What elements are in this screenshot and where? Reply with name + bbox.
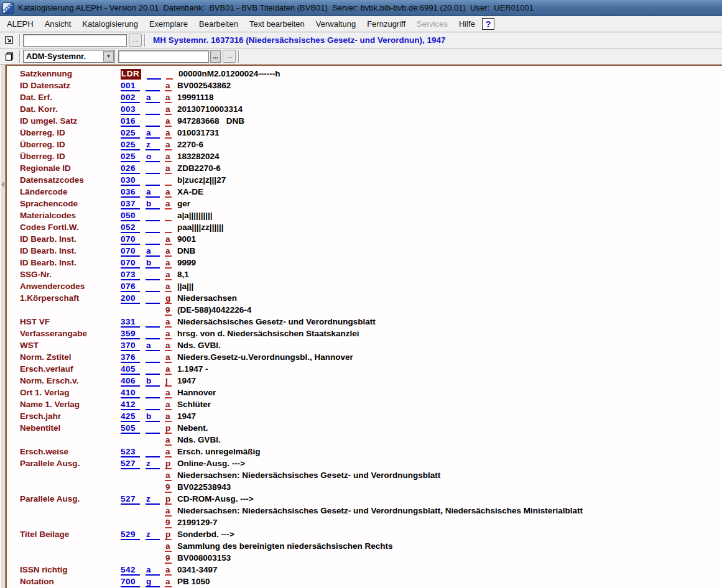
chevron-down-icon[interactable]: ▼ bbox=[103, 51, 114, 62]
field-value[interactable]: Nieders.Gesetz-u.Verordnungsbl., Hannove… bbox=[177, 352, 353, 363]
field-value[interactable]: Nebent. bbox=[177, 423, 208, 434]
subfield-code[interactable]: a bbox=[165, 246, 172, 257]
field-value[interactable]: Niedersächsisches Gesetz- und Verordnung… bbox=[177, 317, 376, 328]
field-tag[interactable]: 076 bbox=[121, 282, 140, 292]
field-tag[interactable]: LDR bbox=[121, 69, 141, 80]
field-indicator[interactable]: a bbox=[146, 565, 160, 576]
subfield-code[interactable]: a bbox=[165, 400, 172, 410]
field-tag[interactable]: 025 bbox=[121, 140, 140, 150]
subfield-code[interactable]: p bbox=[165, 423, 172, 434]
field-indicator[interactable] bbox=[146, 116, 160, 127]
subfield-code[interactable]: a bbox=[165, 352, 172, 363]
field-tag[interactable]: 331 bbox=[121, 317, 140, 328]
search-go-button[interactable]: → bbox=[129, 34, 142, 47]
field-indicator[interactable]: b bbox=[146, 411, 160, 422]
field-tag[interactable]: 405 bbox=[121, 364, 140, 375]
field-tag[interactable]: 070 bbox=[121, 246, 140, 257]
field-value[interactable]: Nds. GVBl. bbox=[177, 341, 221, 351]
field-indicator[interactable]: b bbox=[146, 376, 160, 387]
subfield-code[interactable]: a bbox=[165, 329, 172, 339]
field-tag[interactable]: 030 bbox=[121, 175, 140, 186]
field-indicator[interactable]: z bbox=[146, 140, 160, 150]
field-value[interactable]: 9999 bbox=[177, 258, 196, 269]
field-tag[interactable]: 026 bbox=[121, 163, 140, 174]
subfield-code[interactable]: 9 bbox=[165, 482, 172, 493]
subfield-code[interactable]: a bbox=[165, 388, 172, 398]
field-value[interactable]: a|a|||||||||| bbox=[177, 211, 213, 221]
field-indicator[interactable]: z bbox=[146, 459, 160, 469]
subfield-code[interactable]: a bbox=[165, 435, 172, 446]
field-tag[interactable]: 376 bbox=[121, 352, 140, 363]
field-tag[interactable]: 523 bbox=[121, 447, 140, 457]
field-indicator[interactable]: a bbox=[146, 187, 160, 198]
menu-item-bearbeiten[interactable]: Bearbeiten bbox=[193, 17, 244, 31]
field-value[interactable]: Niedersachsen: Niedersächsisches Gesetz-… bbox=[177, 506, 583, 517]
subfield-code[interactable]: g bbox=[165, 293, 172, 304]
field-value[interactable]: ||a||| bbox=[177, 282, 193, 292]
subfield-code[interactable]: a bbox=[165, 364, 172, 375]
field-indicator[interactable]: a bbox=[146, 93, 160, 103]
field-indicator[interactable] bbox=[146, 293, 160, 304]
field-value[interactable]: Online-Ausg. ---> bbox=[177, 459, 245, 469]
field-tag[interactable]: 527 bbox=[121, 459, 140, 469]
field-value[interactable]: 2199129-7 bbox=[177, 518, 218, 528]
field-value[interactable]: BV008003153 bbox=[177, 553, 231, 564]
field-tag[interactable]: 037 bbox=[121, 199, 140, 209]
field-tag[interactable]: 016 bbox=[121, 116, 140, 127]
field-value[interactable]: Sammlung des bereinigten niedersächsisch… bbox=[177, 541, 393, 552]
field-tag[interactable]: 700 bbox=[121, 577, 140, 587]
record-stack-button[interactable] bbox=[2, 50, 17, 63]
field-indicator[interactable] bbox=[146, 282, 160, 292]
subfield-code[interactable]: p bbox=[165, 530, 172, 540]
field-value[interactable]: 0341-3497 bbox=[177, 565, 218, 576]
field-indicator[interactable]: a bbox=[146, 128, 160, 139]
field-tag[interactable]: 529 bbox=[121, 530, 140, 540]
field-indicator[interactable] bbox=[146, 163, 160, 174]
field-indicator[interactable] bbox=[146, 81, 160, 91]
menu-item-fernzugriff[interactable]: Fernzugriff bbox=[361, 17, 411, 31]
field-indicator[interactable] bbox=[146, 211, 160, 221]
field-indicator[interactable] bbox=[146, 270, 160, 280]
field-value[interactable]: 183282024 bbox=[177, 152, 220, 162]
field-value[interactable]: paa||||zz|||||| bbox=[177, 223, 224, 233]
field-value[interactable]: hrsg. von d. Niedersächsischen Staatskan… bbox=[177, 329, 359, 339]
field-value[interactable]: BV022538943 bbox=[177, 482, 231, 493]
subfield-code[interactable] bbox=[165, 175, 172, 186]
index-type-selector[interactable]: ADM-Systemnr. ▼ bbox=[23, 50, 115, 63]
field-value[interactable]: Schlüter bbox=[177, 400, 211, 410]
field-value[interactable]: 00000nM2.01200024------h bbox=[178, 69, 280, 80]
field-indicator[interactable]: a bbox=[146, 246, 160, 257]
field-value[interactable]: b|zucz|z|||27 bbox=[177, 175, 226, 186]
subfield-code[interactable]: a bbox=[165, 128, 172, 139]
field-tag[interactable]: 052 bbox=[121, 223, 140, 233]
subfield-code[interactable] bbox=[165, 211, 172, 221]
field-value[interactable]: DNB bbox=[177, 246, 195, 257]
help-icon[interactable]: ? bbox=[482, 18, 494, 30]
field-value[interactable]: Sonderbd. ---> bbox=[177, 530, 234, 540]
subfield-code[interactable]: 9 bbox=[165, 553, 172, 564]
field-indicator[interactable] bbox=[146, 305, 160, 316]
field-tag[interactable]: 406 bbox=[121, 376, 140, 387]
subfield-code[interactable]: a bbox=[165, 187, 172, 198]
field-indicator[interactable] bbox=[146, 518, 160, 528]
subfield-code[interactable]: a bbox=[165, 163, 172, 174]
field-indicator[interactable] bbox=[146, 317, 160, 328]
field-indicator[interactable] bbox=[146, 175, 160, 186]
splitter-bar[interactable] bbox=[0, 65, 6, 588]
field-indicator[interactable] bbox=[146, 104, 160, 115]
subfield-code[interactable]: a bbox=[165, 104, 172, 115]
menu-item-verwaltung[interactable]: Verwaltung bbox=[310, 17, 361, 31]
field-tag[interactable]: 505 bbox=[121, 423, 140, 434]
subfield-code[interactable]: a bbox=[165, 116, 172, 127]
subfield-code[interactable]: a bbox=[165, 506, 172, 517]
field-value[interactable]: (DE-588)4042226-4 bbox=[177, 305, 251, 316]
menu-item-exemplare[interactable]: Exemplare bbox=[144, 17, 193, 31]
subfield-code[interactable]: a bbox=[165, 81, 172, 91]
field-indicator[interactable] bbox=[146, 447, 160, 457]
field-value[interactable]: ger bbox=[177, 199, 190, 209]
menu-item-katalogisierung[interactable]: Katalogisierung bbox=[76, 17, 144, 31]
field-tag[interactable]: 527 bbox=[121, 494, 140, 505]
field-value[interactable]: XA-DE bbox=[177, 187, 203, 198]
field-value[interactable]: 2270-6 bbox=[177, 140, 203, 150]
subfield-code[interactable]: j bbox=[165, 376, 172, 387]
